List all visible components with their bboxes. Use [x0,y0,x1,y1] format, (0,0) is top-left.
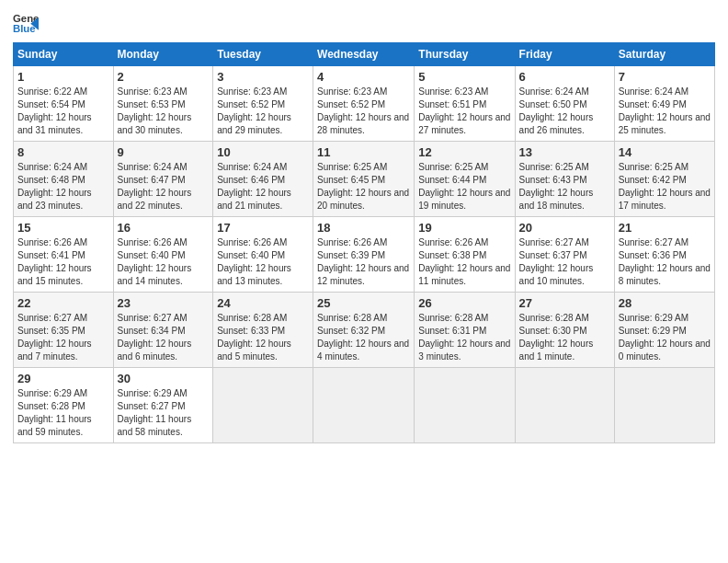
day-number: 9 [118,145,210,159]
day-info: Sunrise: 6:28 AMSunset: 6:32 PMDaylight:… [317,313,409,362]
day-number: 13 [519,145,610,159]
day-cell-5: 5 Sunrise: 6:23 AMSunset: 6:51 PMDayligh… [415,66,515,142]
day-cell-24: 24 Sunrise: 6:28 AMSunset: 6:33 PMDaylig… [213,293,313,368]
day-info: Sunrise: 6:27 AMSunset: 6:35 PMDaylight:… [17,313,92,362]
day-number: 15 [17,221,109,235]
calendar-header: SundayMondayTuesdayWednesdayThursdayFrid… [14,43,715,66]
day-number: 18 [317,221,410,235]
day-info: Sunrise: 6:22 AMSunset: 6:54 PMDaylight:… [17,86,92,135]
day-cell-15: 15 Sunrise: 6:26 AMSunset: 6:41 PMDaylig… [14,217,114,293]
calendar-week-2: 8 Sunrise: 6:24 AMSunset: 6:48 PMDayligh… [14,142,715,217]
day-cell-17: 17 Sunrise: 6:26 AMSunset: 6:40 PMDaylig… [213,217,313,293]
day-cell-30: 30 Sunrise: 6:29 AMSunset: 6:27 PMDaylig… [113,368,213,443]
empty-cell [213,368,313,443]
day-info: Sunrise: 6:25 AMSunset: 6:43 PMDaylight:… [519,162,594,211]
day-number: 5 [418,70,510,84]
col-header-sunday: Sunday [14,43,114,66]
day-cell-1: 1 Sunrise: 6:22 AMSunset: 6:54 PMDayligh… [14,66,114,142]
day-cell-9: 9 Sunrise: 6:24 AMSunset: 6:47 PMDayligh… [113,142,213,217]
empty-cell [515,368,614,443]
day-number: 7 [619,70,711,84]
day-cell-20: 20 Sunrise: 6:27 AMSunset: 6:37 PMDaylig… [515,217,614,293]
day-number: 30 [118,372,210,385]
day-info: Sunrise: 6:24 AMSunset: 6:46 PMDaylight:… [217,162,291,211]
day-number: 29 [17,372,109,385]
day-cell-6: 6 Sunrise: 6:24 AMSunset: 6:50 PMDayligh… [515,66,614,142]
day-cell-21: 21 Sunrise: 6:27 AMSunset: 6:36 PMDaylig… [614,217,714,293]
day-cell-12: 12 Sunrise: 6:25 AMSunset: 6:44 PMDaylig… [415,142,515,217]
page-header: General Blue [13,9,715,35]
calendar-week-4: 22 Sunrise: 6:27 AMSunset: 6:35 PMDaylig… [14,293,715,368]
day-number: 12 [418,145,510,159]
day-cell-4: 4 Sunrise: 6:23 AMSunset: 6:52 PMDayligh… [313,66,415,142]
day-cell-29: 29 Sunrise: 6:29 AMSunset: 6:28 PMDaylig… [14,368,114,443]
day-info: Sunrise: 6:23 AMSunset: 6:52 PMDaylight:… [317,86,409,135]
col-header-tuesday: Tuesday [213,43,313,66]
day-info: Sunrise: 6:28 AMSunset: 6:30 PMDaylight:… [519,313,594,362]
day-info: Sunrise: 6:26 AMSunset: 6:41 PMDaylight:… [17,237,92,286]
day-info: Sunrise: 6:24 AMSunset: 6:47 PMDaylight:… [118,162,192,211]
day-info: Sunrise: 6:29 AMSunset: 6:28 PMDaylight:… [17,388,92,437]
day-number: 26 [418,296,510,310]
day-number: 19 [418,221,510,235]
day-number: 6 [519,70,610,84]
col-header-wednesday: Wednesday [313,43,415,66]
day-cell-13: 13 Sunrise: 6:25 AMSunset: 6:43 PMDaylig… [515,142,614,217]
day-info: Sunrise: 6:24 AMSunset: 6:49 PMDaylight:… [619,86,711,135]
calendar-body: 1 Sunrise: 6:22 AMSunset: 6:54 PMDayligh… [14,66,715,443]
day-cell-19: 19 Sunrise: 6:26 AMSunset: 6:38 PMDaylig… [415,217,515,293]
day-number: 4 [317,70,410,84]
day-number: 21 [619,221,711,235]
day-cell-25: 25 Sunrise: 6:28 AMSunset: 6:32 PMDaylig… [313,293,415,368]
empty-cell [313,368,415,443]
empty-cell [614,368,714,443]
day-info: Sunrise: 6:29 AMSunset: 6:27 PMDaylight:… [118,388,192,437]
day-info: Sunrise: 6:25 AMSunset: 6:42 PMDaylight:… [619,162,711,211]
day-number: 25 [317,296,410,310]
calendar-table: SundayMondayTuesdayWednesdayThursdayFrid… [13,42,715,443]
page-container: General Blue SundayMondayTuesdayWednesda… [0,0,728,453]
col-header-monday: Monday [113,43,213,66]
day-cell-3: 3 Sunrise: 6:23 AMSunset: 6:52 PMDayligh… [213,66,313,142]
svg-text:Blue: Blue [13,23,36,34]
day-info: Sunrise: 6:23 AMSunset: 6:53 PMDaylight:… [118,86,192,135]
day-number: 17 [217,221,309,235]
day-cell-14: 14 Sunrise: 6:25 AMSunset: 6:42 PMDaylig… [614,142,714,217]
calendar-week-3: 15 Sunrise: 6:26 AMSunset: 6:41 PMDaylig… [14,217,715,293]
day-info: Sunrise: 6:26 AMSunset: 6:40 PMDaylight:… [118,237,192,286]
day-info: Sunrise: 6:23 AMSunset: 6:52 PMDaylight:… [217,86,291,135]
day-cell-8: 8 Sunrise: 6:24 AMSunset: 6:48 PMDayligh… [14,142,114,217]
day-info: Sunrise: 6:27 AMSunset: 6:34 PMDaylight:… [118,313,192,362]
col-header-thursday: Thursday [415,43,515,66]
day-info: Sunrise: 6:24 AMSunset: 6:48 PMDaylight:… [17,162,92,211]
day-number: 14 [619,145,711,159]
day-cell-10: 10 Sunrise: 6:24 AMSunset: 6:46 PMDaylig… [213,142,313,217]
day-cell-16: 16 Sunrise: 6:26 AMSunset: 6:40 PMDaylig… [113,217,213,293]
day-cell-28: 28 Sunrise: 6:29 AMSunset: 6:29 PMDaylig… [614,293,714,368]
logo: General Blue [13,9,42,35]
day-cell-11: 11 Sunrise: 6:25 AMSunset: 6:45 PMDaylig… [313,142,415,217]
col-header-friday: Friday [515,43,614,66]
day-number: 2 [118,70,210,84]
day-number: 23 [118,296,210,310]
day-info: Sunrise: 6:28 AMSunset: 6:33 PMDaylight:… [217,313,291,362]
calendar-week-5: 29 Sunrise: 6:29 AMSunset: 6:28 PMDaylig… [14,368,715,443]
day-info: Sunrise: 6:25 AMSunset: 6:44 PMDaylight:… [418,162,510,211]
col-header-saturday: Saturday [614,43,714,66]
calendar-week-1: 1 Sunrise: 6:22 AMSunset: 6:54 PMDayligh… [14,66,715,142]
day-number: 10 [217,145,309,159]
day-number: 3 [217,70,309,84]
day-info: Sunrise: 6:25 AMSunset: 6:45 PMDaylight:… [317,162,409,211]
day-info: Sunrise: 6:27 AMSunset: 6:36 PMDaylight:… [619,237,711,286]
day-info: Sunrise: 6:24 AMSunset: 6:50 PMDaylight:… [519,86,594,135]
day-number: 28 [619,296,711,310]
day-cell-2: 2 Sunrise: 6:23 AMSunset: 6:53 PMDayligh… [113,66,213,142]
day-cell-18: 18 Sunrise: 6:26 AMSunset: 6:39 PMDaylig… [313,217,415,293]
day-cell-22: 22 Sunrise: 6:27 AMSunset: 6:35 PMDaylig… [14,293,114,368]
day-number: 16 [118,221,210,235]
day-number: 27 [519,296,610,310]
day-info: Sunrise: 6:23 AMSunset: 6:51 PMDaylight:… [418,86,510,135]
empty-cell [415,368,515,443]
day-number: 11 [317,145,410,159]
day-cell-23: 23 Sunrise: 6:27 AMSunset: 6:34 PMDaylig… [113,293,213,368]
